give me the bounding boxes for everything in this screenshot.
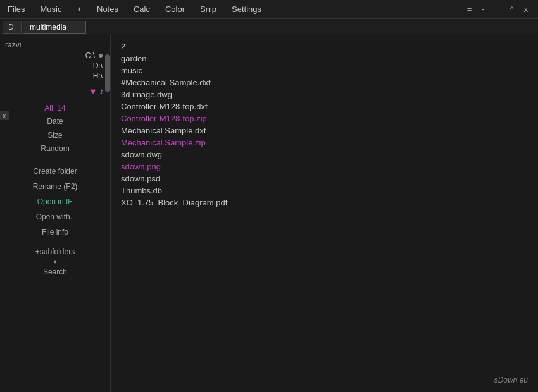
drive-h[interactable]: H:\ bbox=[0, 71, 106, 81]
file-item[interactable]: Mechanical Sample.zip bbox=[118, 137, 530, 149]
heart-icon[interactable]: ♥ bbox=[91, 86, 96, 96]
sidebar: razvi C:\ D:\ H:\ x ♥ ♪ bbox=[0, 35, 111, 392]
sidebar-scrollbar[interactable] bbox=[105, 54, 110, 92]
menu-files[interactable]: Files bbox=[0, 3, 32, 15]
file-item[interactable]: garden bbox=[118, 52, 530, 64]
file-item[interactable]: 2 bbox=[118, 40, 530, 52]
menu-add[interactable]: + bbox=[69, 3, 89, 15]
search-button[interactable]: Search bbox=[0, 267, 110, 276]
sort-date[interactable]: Date bbox=[0, 115, 110, 129]
action-create-folder[interactable]: Create folder bbox=[0, 164, 110, 179]
path-value[interactable]: multimedia bbox=[23, 21, 86, 34]
sort-size[interactable]: Size bbox=[0, 129, 110, 143]
sort-options: Date Size Random bbox=[0, 115, 110, 156]
window-plus[interactable]: + bbox=[490, 3, 505, 15]
file-item[interactable]: Controller-M128-top.zip bbox=[118, 113, 530, 125]
sidebar-icon-row: ♥ ♪ bbox=[0, 86, 110, 96]
sidebar-user: razvi bbox=[0, 38, 110, 51]
sidebar-close-x[interactable]: x bbox=[0, 111, 9, 120]
window-minimize[interactable]: - bbox=[477, 3, 489, 15]
sidebar-x2[interactable]: x bbox=[0, 257, 110, 266]
file-item[interactable]: Thumbs.db bbox=[118, 185, 530, 197]
menu-notes[interactable]: Notes bbox=[89, 3, 126, 15]
window-restore[interactable]: ^ bbox=[504, 3, 518, 15]
window-close[interactable]: x bbox=[519, 3, 534, 15]
file-item[interactable]: sdown.png bbox=[118, 161, 530, 173]
action-open-with[interactable]: Open with.. bbox=[0, 209, 110, 224]
menu-snip[interactable]: Snip bbox=[192, 3, 224, 15]
main-area: razvi C:\ D:\ H:\ x ♥ ♪ bbox=[0, 35, 538, 392]
sidebar-info: All: 14 Date Size Random bbox=[0, 99, 110, 159]
file-area: 2 garden music #Mechanical Sample.dxf 3d… bbox=[111, 35, 538, 392]
menu-settings[interactable]: Settings bbox=[224, 3, 269, 15]
file-item[interactable]: #Mechanical Sample.dxf bbox=[118, 77, 530, 89]
menu-calc[interactable]: Calc bbox=[126, 3, 158, 15]
window-controls: = - + ^ x bbox=[462, 3, 538, 15]
action-rename[interactable]: Rename (F2) bbox=[0, 179, 110, 194]
action-file-info[interactable]: File info bbox=[0, 224, 110, 240]
file-item[interactable]: XO_1.75_Block_Diagram.pdf bbox=[118, 197, 530, 209]
menu-music[interactable]: Music bbox=[32, 3, 69, 15]
action-open-ie[interactable]: Open in IE bbox=[0, 194, 110, 209]
drive-d[interactable]: D:\ bbox=[0, 61, 106, 71]
sidebar-drives: C:\ D:\ H:\ bbox=[0, 51, 110, 81]
subfolders-toggle[interactable]: +subfolders bbox=[0, 247, 110, 256]
file-item[interactable]: Mechanical Sample.dxf bbox=[118, 125, 530, 137]
menu-color[interactable]: Color bbox=[158, 3, 192, 15]
file-item[interactable]: sdown.psd bbox=[118, 173, 530, 185]
all-count: All: 14 bbox=[0, 104, 110, 113]
menu-bar: Files Music + Notes Calc Color Snip Sett… bbox=[0, 0, 538, 19]
drive-c-dot bbox=[99, 54, 103, 58]
file-item[interactable]: Controller-M128-top.dxf bbox=[118, 101, 530, 113]
sort-random[interactable]: Random bbox=[0, 142, 110, 156]
window-eq[interactable]: = bbox=[462, 3, 477, 15]
file-item[interactable]: 3d image.dwg bbox=[118, 89, 530, 101]
branding: sDown.eu bbox=[494, 376, 528, 384]
sidebar-bottom: +subfolders x Search bbox=[0, 247, 110, 276]
music-icon[interactable]: ♪ bbox=[99, 86, 104, 96]
path-bar: D: multimedia bbox=[0, 19, 538, 35]
drive-c[interactable]: C:\ bbox=[0, 51, 106, 61]
file-item[interactable]: sdown.dwg bbox=[118, 149, 530, 161]
sidebar-actions: Create folder Rename (F2) Open in IE Ope… bbox=[0, 161, 110, 242]
drive-label[interactable]: D: bbox=[3, 21, 22, 34]
main-window: Files Music + Notes Calc Color Snip Sett… bbox=[0, 0, 538, 392]
file-item[interactable]: music bbox=[118, 64, 530, 77]
